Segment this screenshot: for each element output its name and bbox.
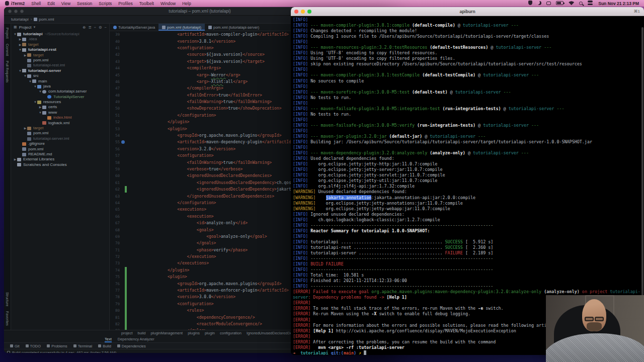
- tab-pom-xml-tutorialapi-server-[interactable]: pom.xml (tutorialapi-server): [205, 24, 263, 31]
- menu-item[interactable]: View: [61, 1, 70, 6]
- breadcrumb-item[interactable]: plugin: [205, 331, 215, 335]
- tree-item[interactable]: Scratches and Consoles: [11, 162, 109, 167]
- sidebar-item-favorites[interactable]: Favorites: [6, 311, 9, 326]
- chevron-down-icon[interactable]: ▼: [38, 110, 42, 115]
- apple-icon[interactable]: [5, 1, 9, 6]
- tab-pom-xml-tutorialapi-[interactable]: pom.xml (tutorialapi): [158, 24, 205, 31]
- sidebar-item-project[interactable]: Project: [6, 28, 9, 39]
- chevron-right-icon[interactable]: ▶: [23, 126, 27, 131]
- toolwindow-dependencies[interactable]: Dependencies: [117, 344, 146, 348]
- tree-item-label: tutorialapi-server: [28, 68, 61, 73]
- tab-tutorialapiserver-java[interactable]: TutorialApiServer.java: [110, 24, 158, 31]
- menu-item[interactable]: Toolbelt: [139, 1, 154, 6]
- chevron-down-icon[interactable]: ▼: [38, 89, 42, 94]
- toolwindow-problems[interactable]: Problems: [47, 344, 67, 348]
- menu-item[interactable]: iTerm2: [11, 1, 25, 6]
- tree-item[interactable]: tutorialapi-rest.iml: [11, 63, 109, 68]
- chevron-down-icon[interactable]: ▼: [23, 73, 27, 78]
- chevron-right-icon[interactable]: ▶: [23, 53, 27, 58]
- chevron-down-icon[interactable]: ▼: [13, 32, 17, 37]
- battery-icon[interactable]: [556, 1, 564, 5]
- chevron-right-icon[interactable]: ▶: [18, 37, 22, 42]
- tree-item[interactable]: ▶certs: [11, 105, 109, 110]
- project-panel-title: Project: [19, 25, 32, 30]
- tree-item[interactable]: .gitignore: [11, 141, 109, 146]
- chevron-right-icon[interactable]: ▶: [13, 157, 17, 162]
- gutter: [120, 152, 129, 159]
- menu-item[interactable]: Edit: [47, 1, 55, 6]
- tree-item[interactable]: ▼src: [11, 73, 109, 78]
- tree-item[interactable]: ▼tutorialapi~/Source/tutorialapi: [11, 32, 109, 37]
- maven-gutter-icon[interactable]: [121, 140, 125, 144]
- tree-item[interactable]: ▼tutorialapi-server: [11, 68, 109, 73]
- menu-item[interactable]: Window: [160, 1, 176, 6]
- wifi-icon[interactable]: [569, 1, 574, 5]
- breadcrumb-item[interactable]: configuration: [220, 331, 242, 335]
- spotlight-icon[interactable]: [579, 2, 583, 5]
- tab-text[interactable]: Text: [105, 336, 112, 342]
- panel-tool-icon[interactable]: −: [105, 25, 107, 30]
- chevron-down-icon[interactable]: ▼: [33, 84, 37, 89]
- tree-item[interactable]: pom.xml: [11, 147, 109, 152]
- toolwindow-terminal[interactable]: Terminal: [73, 344, 92, 348]
- tree-item[interactable]: ▼www: [11, 110, 109, 115]
- tree-item[interactable]: ▶target: [11, 126, 109, 131]
- project-panel-header[interactable]: ▦ Project ▼ ⊕≣÷⚙−: [11, 24, 109, 31]
- chevron-right-icon[interactable]: ▶: [38, 105, 42, 110]
- shield-icon[interactable]: [528, 1, 532, 5]
- breadcrumb-item[interactable]: build: [138, 331, 146, 335]
- chevron-down-icon[interactable]: ▼: [33, 100, 37, 105]
- tree-item[interactable]: pom.xml: [11, 58, 109, 63]
- tree-item[interactable]: index.html: [11, 115, 109, 120]
- panel-tool-icon[interactable]: ≣: [88, 25, 91, 30]
- sidebar-item-structure[interactable]: Structure: [6, 292, 9, 306]
- tree-item[interactable]: logback.xml: [11, 121, 109, 126]
- tree-item[interactable]: ▶target: [11, 42, 109, 47]
- menu-item[interactable]: Session: [77, 1, 92, 6]
- tree-item[interactable]: ▼java: [11, 84, 109, 89]
- moon-icon[interactable]: [537, 1, 541, 5]
- project-panel: ▦ Project ▼ ⊕≣÷⚙− ▼tutorialapi~/Source/t…: [11, 24, 110, 330]
- breadcrumb-item[interactable]: plugins: [188, 331, 200, 335]
- tree-item-label: tutorialapi-server.iml: [33, 136, 69, 141]
- breadcrumb-item[interactable]: tutorialapi: [11, 17, 29, 22]
- tree-item[interactable]: ▼main: [11, 79, 109, 84]
- line-number: 51: [110, 113, 120, 118]
- menu-item[interactable]: Help: [182, 1, 191, 6]
- breadcrumb-item[interactable]: pluginManagement: [150, 331, 183, 335]
- chevron-right-icon[interactable]: ▶: [18, 42, 22, 47]
- chevron-down-icon[interactable]: ▼: [28, 79, 32, 84]
- code-text: <ignoredUnusedDeclaredDependencies>: [129, 173, 272, 178]
- menu-item[interactable]: Profiles: [118, 1, 132, 6]
- tab-dependency-analyzer[interactable]: Dependency Analyzer: [118, 336, 154, 342]
- menubar-clock[interactable]: Sun Nov 21 2:13 PM: [598, 1, 639, 6]
- menu-item[interactable]: Shell: [31, 1, 41, 6]
- menu-item[interactable]: Scripts: [99, 1, 112, 6]
- chevron-down-icon[interactable]: ▼: [18, 68, 22, 73]
- tree-item[interactable]: ▼resources: [11, 100, 109, 105]
- tree-item[interactable]: ▶External Libraries: [11, 157, 109, 162]
- tree-item[interactable]: ▶.idea: [11, 37, 109, 42]
- tree-item[interactable]: TutorialApiServer: [11, 95, 109, 100]
- tree-item[interactable]: ▼com.tutorialapi.server: [11, 89, 109, 94]
- display-icon[interactable]: [546, 2, 551, 5]
- tree-item[interactable]: README.md: [11, 152, 109, 157]
- tree-item[interactable]: tutorialapi-server.iml: [11, 136, 109, 141]
- tree-item[interactable]: ▼tutorialapi-rest: [11, 47, 109, 52]
- control-center-icon[interactable]: [588, 1, 593, 5]
- toolwindow-git[interactable]: Git: [10, 344, 20, 348]
- breadcrumb-item[interactable]: pom.xml: [39, 17, 54, 22]
- sidebar-item-commit[interactable]: Commit: [6, 44, 9, 56]
- tree-item[interactable]: pom.xml: [11, 131, 109, 136]
- breadcrumb-item[interactable]: project: [121, 331, 133, 335]
- toolwindow-build[interactable]: Build: [98, 344, 111, 348]
- panel-tool-icon[interactable]: ⊕: [83, 25, 86, 30]
- panel-tool-icon[interactable]: ⚙: [99, 25, 102, 30]
- tree-item-label: pom.xml: [33, 58, 48, 63]
- panel-tool-icon[interactable]: ÷: [94, 25, 96, 30]
- chevron-down-icon[interactable]: ▼: [18, 47, 22, 52]
- tree-item[interactable]: ▶target: [11, 53, 109, 58]
- toolwindow-todo[interactable]: TODO: [26, 344, 41, 348]
- sidebar-item-pull-requests[interactable]: Pull Requests: [6, 61, 9, 82]
- code-text: <dependencyConvergence/>: [129, 315, 255, 320]
